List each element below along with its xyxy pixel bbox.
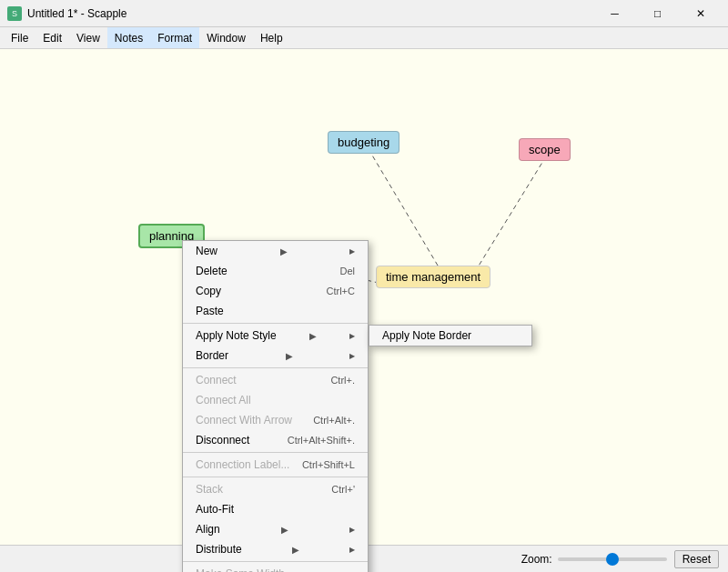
svg-line-1 — [473, 156, 546, 275]
cm-border[interactable]: Border ▶ — [183, 346, 368, 366]
menu-notes[interactable]: Notes — [107, 27, 150, 48]
cm-disconnect-shortcut: Ctrl+Alt+Shift+. — [288, 435, 355, 446]
cm-new-label: New — [196, 245, 217, 257]
cm-connect-all: Connect All — [183, 390, 368, 410]
cm-sep-4 — [183, 477, 368, 477]
menu-help[interactable]: Help — [253, 27, 290, 48]
cm-connection-label-shortcut: Ctrl+Shift+L — [302, 459, 355, 470]
cm-auto-fit-label: Auto-Fit — [196, 503, 234, 516]
reset-button[interactable]: Reset — [674, 550, 719, 568]
cm-new-arrow: ▶ — [280, 246, 288, 256]
zoom-area: Zoom: Reset — [521, 550, 719, 568]
cm-delete-label: Delete — [196, 265, 228, 277]
cm-connect-label: Connect — [196, 374, 237, 386]
menu-format[interactable]: Format — [150, 27, 199, 48]
cm-connect-shortcut: Ctrl+. — [330, 375, 355, 386]
cm-apply-style-arrow: ▶ — [309, 331, 317, 341]
cm-border-label: Border — [196, 349, 228, 362]
app-icon: S — [7, 6, 22, 21]
note-time[interactable]: time management — [376, 266, 490, 288]
svg-line-0 — [369, 149, 443, 275]
cm-delete-shortcut: Del — [339, 266, 355, 276]
cm-make-same-width: Make Same Width — [183, 564, 368, 572]
cm-connect-all-label: Connect All — [196, 394, 251, 406]
cm-sep-1 — [183, 323, 368, 324]
minimize-button[interactable]: ─ — [594, 0, 635, 27]
maximize-button[interactable]: □ — [637, 0, 678, 27]
cm-connection-label-label: Connection Label... — [196, 458, 289, 471]
titlebar-title: Untitled 1* - Scapple — [27, 7, 126, 20]
cm-connect: Connect Ctrl+. — [183, 370, 368, 390]
cm-connection-label: Connection Label... Ctrl+Shift+L — [183, 455, 368, 475]
menu-view[interactable]: View — [69, 27, 107, 48]
cm-distribute[interactable]: Distribute ▶ — [183, 539, 368, 559]
cm-distribute-arrow: ▶ — [292, 545, 299, 555]
cm-connect-arrow-label: Connect With Arrow — [196, 414, 292, 426]
cm-sep-5 — [183, 561, 368, 562]
close-button[interactable]: ✕ — [680, 0, 721, 27]
menu-window[interactable]: Window — [199, 27, 253, 48]
cm-stack: Stack Ctrl+' — [183, 479, 368, 499]
note-budgeting[interactable]: budgeting — [328, 131, 399, 154]
submenu-border: Apply Note Border — [369, 325, 532, 346]
cm-paste[interactable]: Paste — [183, 301, 368, 321]
cm-sep-2 — [183, 367, 368, 368]
cm-paste-label: Paste — [196, 305, 224, 317]
cm-apply-note-style-label: Apply Note Style — [196, 329, 277, 342]
cm-copy[interactable]: Copy Ctrl+C — [183, 281, 368, 301]
cm-auto-fit[interactable]: Auto-Fit — [183, 499, 368, 519]
cm-copy-shortcut: Ctrl+C — [327, 286, 355, 296]
cm-distribute-label: Distribute — [196, 543, 242, 556]
zoom-slider[interactable] — [558, 557, 667, 561]
cm-make-same-width-label: Make Same Width — [196, 567, 285, 572]
submenu-border-apply-label: Apply Note Border — [382, 329, 471, 342]
cm-align-label: Align — [196, 523, 220, 536]
cm-connect-arrow: Connect With Arrow Ctrl+Alt+. — [183, 410, 368, 430]
cm-align-arrow: ▶ — [281, 525, 288, 535]
context-menu: New ▶ Delete Del Copy Ctrl+C Paste Apply… — [182, 240, 369, 572]
cm-delete[interactable]: Delete Del — [183, 261, 368, 281]
titlebar-left: S Untitled 1* - Scapple — [7, 6, 126, 21]
cm-copy-label: Copy — [196, 285, 221, 297]
canvas: budgeting scope planning time management… — [0, 49, 728, 572]
cm-new[interactable]: New ▶ — [183, 241, 368, 261]
zoom-thumb — [606, 553, 619, 566]
cm-stack-shortcut: Ctrl+' — [331, 484, 355, 495]
zoom-label: Zoom: — [521, 553, 552, 566]
menu-file[interactable]: File — [4, 27, 35, 48]
menu-edit[interactable]: Edit — [35, 27, 69, 48]
cm-disconnect-label: Disconnect — [196, 434, 249, 447]
menubar: File Edit View Notes Format Window Help — [0, 27, 728, 49]
cm-stack-label: Stack — [196, 483, 223, 496]
cm-connect-arrow-shortcut: Ctrl+Alt+. — [313, 415, 355, 426]
cm-apply-note-style[interactable]: Apply Note Style ▶ — [183, 326, 368, 346]
cm-align[interactable]: Align ▶ — [183, 519, 368, 539]
cm-border-arrow: ▶ — [286, 351, 293, 361]
note-scope[interactable]: scope — [519, 138, 571, 161]
cm-sep-3 — [183, 452, 368, 453]
cm-disconnect[interactable]: Disconnect Ctrl+Alt+Shift+. — [183, 430, 368, 450]
submenu-border-apply[interactable]: Apply Note Border — [369, 326, 531, 346]
titlebar: S Untitled 1* - Scapple ─ □ ✕ — [0, 0, 728, 27]
titlebar-controls: ─ □ ✕ — [594, 0, 721, 27]
